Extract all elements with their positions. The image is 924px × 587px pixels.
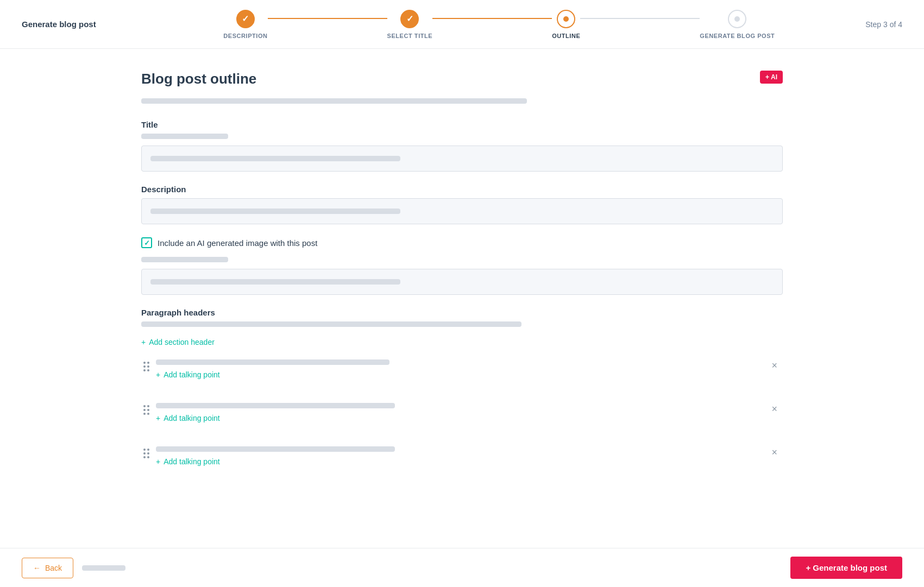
para-skeleton-2 <box>156 403 395 408</box>
step-label-generate: GENERATE BLOG POST <box>700 33 775 39</box>
step-info: Step 3 of 4 <box>865 20 902 29</box>
app-title: Generate blog post <box>22 20 96 29</box>
main-content: Blog post outline + AI Title Description… <box>0 49 924 544</box>
back-button[interactable]: ← Back <box>22 558 73 578</box>
drag-dot-row-2 <box>143 413 149 415</box>
check-icon: ✓ <box>242 14 249 24</box>
title-input-skeleton <box>150 156 400 161</box>
remove-paragraph-1[interactable]: × <box>768 359 781 371</box>
page-title: Blog post outline <box>141 71 256 87</box>
ai-image-checkbox[interactable]: ✓ <box>141 237 152 248</box>
add-talking-point-label-2: Add talking point <box>164 414 220 422</box>
drag-dot-3 <box>143 449 146 451</box>
drag-dot-row-3 <box>143 456 149 458</box>
ai-image-label: Include an AI generated image with this … <box>158 238 317 248</box>
page-header: Blog post outline + AI <box>141 71 783 87</box>
drag-dot-row-2 <box>143 405 149 407</box>
ai-badge[interactable]: + AI <box>760 71 783 84</box>
connector-3 <box>580 18 700 19</box>
description-input-skeleton <box>150 209 400 214</box>
drag-dot-2 <box>143 413 146 415</box>
plus-icon-3: + <box>156 457 160 466</box>
add-section-header-label: Add section header <box>149 338 215 346</box>
add-talking-point-1[interactable]: + Add talking point <box>156 370 762 379</box>
drag-dot-row-2 <box>143 409 149 411</box>
connector-1 <box>268 18 387 19</box>
step-label-description: DESCRIPTION <box>223 33 267 39</box>
paragraph-content-2: + Add talking point <box>156 403 762 435</box>
remove-paragraph-2[interactable]: × <box>768 403 781 415</box>
step-description: ✓ DESCRIPTION <box>223 10 267 39</box>
drag-dot-row <box>143 365 149 368</box>
description-input[interactable] <box>141 198 783 224</box>
drag-dot-row-3 <box>143 452 149 455</box>
footer: ← Back + Generate blog post <box>0 548 924 587</box>
ai-image-input-skeleton <box>150 279 400 285</box>
ai-image-row: ✓ Include an AI generated image with thi… <box>141 237 783 248</box>
drag-dot-row <box>143 362 149 364</box>
drag-dot-3 <box>147 452 149 455</box>
step-circle-generate <box>728 10 746 28</box>
paragraph-divider-skeleton <box>141 321 521 327</box>
remove-paragraph-3[interactable]: × <box>768 446 781 458</box>
step-outline: OUTLINE <box>552 10 580 39</box>
drag-dot <box>143 365 146 368</box>
step-circle-select-title: ✓ <box>400 10 419 28</box>
para-skeleton-3 <box>156 446 395 452</box>
step-circle-description: ✓ <box>236 10 255 28</box>
title-section-label: Title <box>141 120 783 129</box>
step-circle-outline <box>557 10 575 28</box>
drag-dot-2 <box>147 413 149 415</box>
drag-dot-3 <box>143 456 146 458</box>
connector-2 <box>432 18 552 19</box>
drag-dot <box>147 362 149 364</box>
drag-dot <box>143 369 146 371</box>
drag-dot-row-3 <box>143 449 149 451</box>
add-talking-point-2[interactable]: + Add talking point <box>156 414 762 422</box>
drag-handle-3[interactable] <box>143 446 149 458</box>
drag-dot-2 <box>143 405 146 407</box>
drag-dot-3 <box>143 452 146 455</box>
add-talking-point-label-3: Add talking point <box>164 457 220 466</box>
stepper: ✓ DESCRIPTION ✓ SELECT TITLE OUTLINE <box>96 10 902 39</box>
drag-dot-2 <box>143 409 146 411</box>
description-section-label: Description <box>141 185 783 194</box>
add-talking-point-3[interactable]: + Add talking point <box>156 457 762 466</box>
plus-icon-1: + <box>156 370 160 379</box>
add-talking-point-label-1: Add talking point <box>164 370 220 379</box>
drag-dot-row <box>143 369 149 371</box>
check-icon-2: ✓ <box>406 14 413 24</box>
drag-dot <box>147 369 149 371</box>
generate-label: + Generate blog post <box>806 563 887 572</box>
drag-dot <box>143 362 146 364</box>
footer-skeleton <box>82 565 125 571</box>
ai-image-input[interactable] <box>141 269 783 295</box>
drag-dot-3 <box>147 456 149 458</box>
drag-dot <box>147 365 149 368</box>
plus-icon-2: + <box>156 414 160 422</box>
drag-dot-3 <box>147 449 149 451</box>
drag-handle-2[interactable] <box>143 403 149 415</box>
top-skeleton <box>141 98 527 104</box>
paragraph-headers-label: Paragraph headers <box>141 308 783 317</box>
title-input[interactable] <box>141 146 783 172</box>
step-select-title: ✓ SELECT TITLE <box>387 10 433 39</box>
footer-left: ← Back <box>22 558 125 578</box>
plus-icon: + <box>141 338 146 346</box>
para-skeleton-1 <box>156 359 389 365</box>
drag-dot-2 <box>147 409 149 411</box>
step-label-select-title: SELECT TITLE <box>387 33 433 39</box>
paragraph-content-1: + Add talking point <box>156 359 762 392</box>
title-sublabel-skeleton <box>141 134 228 139</box>
header: Generate blog post ✓ DESCRIPTION ✓ SELEC… <box>0 0 924 49</box>
paragraph-content-3: + Add talking point <box>156 446 762 479</box>
back-label: Back <box>45 564 62 572</box>
generate-blog-post-button[interactable]: + Generate blog post <box>790 557 902 579</box>
paragraph-item-1: + Add talking point × <box>141 359 783 392</box>
add-section-header-link[interactable]: + Add section header <box>141 338 783 346</box>
paragraph-item-2: + Add talking point × <box>141 403 783 435</box>
drag-handle-1[interactable] <box>143 359 149 371</box>
step-label-outline: OUTLINE <box>552 33 580 39</box>
drag-dot-2 <box>147 405 149 407</box>
inactive-dot <box>734 16 740 22</box>
